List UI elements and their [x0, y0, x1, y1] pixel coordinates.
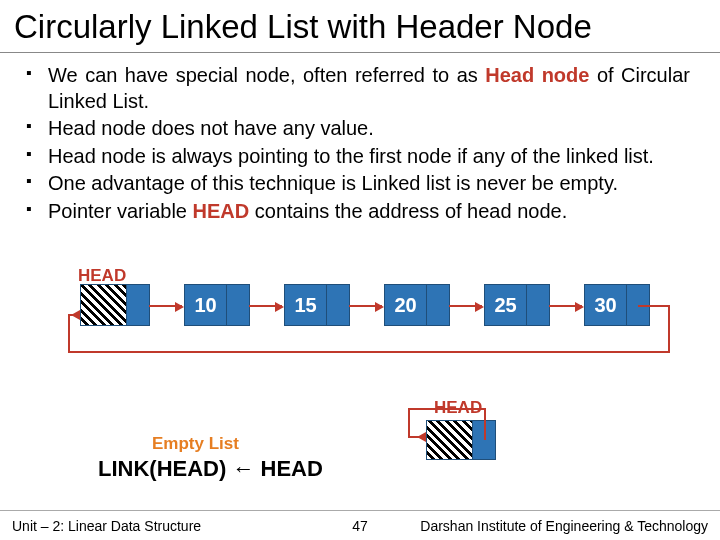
- arrow-icon: [349, 305, 382, 307]
- node-value: 10: [185, 285, 227, 325]
- bullet-list: We can have special node, often referred…: [0, 53, 720, 225]
- linked-list-diagram: 10 15 20 25 30: [0, 284, 720, 369]
- loop-segment: [638, 305, 670, 307]
- footer-page: 47: [352, 518, 368, 534]
- footer-unit: Unit – 2: Linear Data Structure: [0, 518, 201, 534]
- node-pointer: [327, 285, 349, 325]
- bullet-item: Pointer variable HEAD contains the addre…: [48, 199, 690, 225]
- arrow-icon: [249, 305, 282, 307]
- keyword-head-var: HEAD: [193, 200, 250, 222]
- node-value: 30: [585, 285, 627, 325]
- node-value: 20: [385, 285, 427, 325]
- bullet-item: One advantage of this technique is Linke…: [48, 171, 690, 197]
- node-value: 25: [485, 285, 527, 325]
- arrow-icon: [149, 305, 182, 307]
- loop-segment: [668, 305, 670, 353]
- header-node-hatch: [427, 421, 473, 459]
- text: Pointer variable: [48, 200, 193, 222]
- bullet-item: Head node does not have any value.: [48, 116, 690, 142]
- list-node: 20: [384, 284, 450, 326]
- loop-segment: [408, 408, 486, 410]
- loop-segment: [408, 408, 410, 436]
- footer-org: Darshan Institute of Engineering & Techn…: [420, 518, 708, 534]
- arrowhead-icon: [417, 432, 426, 442]
- link-expression: LINK(HEAD) ← HEAD: [98, 456, 323, 482]
- list-node: 15: [284, 284, 350, 326]
- arrowhead-icon: [71, 310, 80, 320]
- keyword-head: Head node: [485, 64, 589, 86]
- arrow-icon: [549, 305, 582, 307]
- arrow-icon: [449, 305, 482, 307]
- text: contains the address of head node.: [249, 200, 567, 222]
- list-node: 25: [484, 284, 550, 326]
- header-node-pointer: [127, 285, 149, 325]
- text: We can have special node, often referred…: [48, 64, 485, 86]
- node-pointer: [227, 285, 249, 325]
- slide-footer: Unit – 2: Linear Data Structure 47 Darsh…: [0, 510, 720, 540]
- empty-list-label: Empty List: [152, 434, 239, 454]
- node-pointer: [427, 285, 449, 325]
- node-pointer: [527, 285, 549, 325]
- bullet-item: We can have special node, often referred…: [48, 63, 690, 114]
- list-node: 10: [184, 284, 250, 326]
- header-node-hatch: [81, 285, 127, 325]
- node-value: 15: [285, 285, 327, 325]
- bullet-item: Head node is always pointing to the firs…: [48, 144, 690, 170]
- page-title: Circularly Linked List with Header Node: [0, 0, 720, 53]
- header-node: [80, 284, 150, 326]
- loop-segment: [68, 351, 670, 353]
- loop-segment: [68, 314, 70, 353]
- head-label-top: HEAD: [78, 266, 126, 286]
- loop-segment: [484, 408, 486, 440]
